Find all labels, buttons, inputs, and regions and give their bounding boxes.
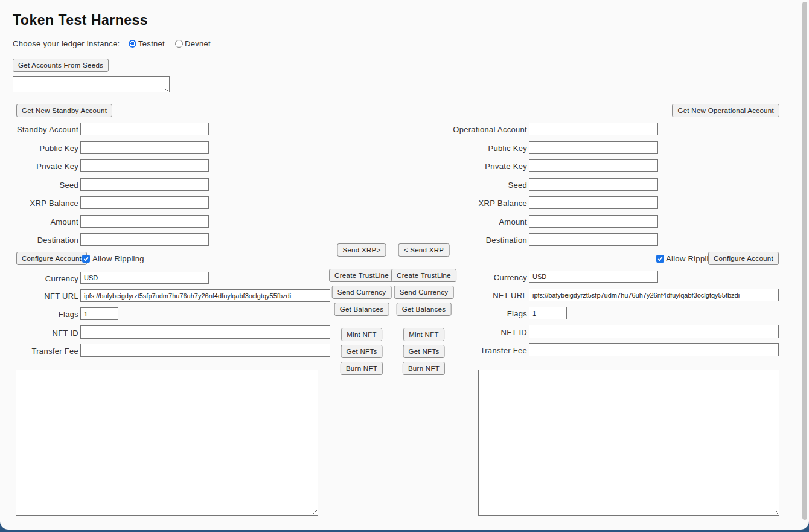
- operational-transfer-fee-label: Transfer Fee: [362, 346, 527, 355]
- operational-amount-input[interactable]: [529, 215, 658, 228]
- standby-private-key-input[interactable]: [80, 159, 209, 172]
- devnet-radio[interactable]: [175, 40, 183, 48]
- standby-seed-label: Seed: [0, 181, 78, 190]
- operational-private-key-label: Private Key: [362, 162, 527, 171]
- testnet-radio[interactable]: [129, 40, 136, 48]
- standby-allow-rippling-checkbox[interactable]: [82, 255, 90, 263]
- standby-allow-rippling-label: Allow Rippling: [92, 254, 144, 263]
- operational-destination-input[interactable]: [529, 233, 658, 246]
- operational-seed-input[interactable]: [529, 178, 658, 191]
- standby-xrp-balance-input[interactable]: [80, 196, 209, 209]
- operational-allow-rippling-checkbox[interactable]: [656, 255, 664, 263]
- standby-results-textarea[interactable]: [16, 370, 318, 516]
- operational-currency-label: Currency: [362, 273, 527, 282]
- standby-public-key-input[interactable]: [80, 141, 209, 154]
- standby-currency-input[interactable]: [80, 272, 209, 284]
- operational-configure-account-button[interactable]: Configure Account: [708, 252, 779, 265]
- operational-account-input[interactable]: [529, 123, 658, 135]
- standby-destination-label: Destination: [0, 236, 78, 245]
- operational-results-textarea[interactable]: [478, 370, 779, 516]
- seeds-textarea[interactable]: [13, 76, 170, 92]
- standby-amount-input[interactable]: [80, 215, 209, 228]
- standby-xrp-balance-label: XRP Balance: [0, 199, 78, 208]
- operational-flags-label: Flags: [362, 309, 527, 318]
- standby-nft-url-input[interactable]: [80, 289, 330, 302]
- get-accounts-from-seeds-button[interactable]: Get Accounts From Seeds: [13, 59, 109, 72]
- operational-nft-id-label: NFT ID: [362, 328, 527, 337]
- operational-transfer-fee-input[interactable]: [529, 343, 779, 356]
- operational-send-xrp-button[interactable]: < Send XRP: [398, 243, 450, 257]
- devnet-radio-label[interactable]: Devnet: [185, 39, 211, 48]
- ledger-instance-label: Choose your ledger instance:: [13, 39, 120, 48]
- standby-transfer-fee-input[interactable]: [80, 344, 330, 357]
- operational-account-label: Operational Account: [362, 125, 527, 134]
- operational-nft-id-input[interactable]: [529, 325, 779, 338]
- standby-nft-id-label: NFT ID: [0, 328, 78, 338]
- standby-account-label: Standby Account: [0, 125, 78, 134]
- standby-configure-account-button[interactable]: Configure Account: [16, 252, 87, 265]
- standby-transfer-fee-label: Transfer Fee: [0, 347, 78, 356]
- token-test-harness-page: Token Test Harness Choose your ledger in…: [0, 0, 809, 530]
- operational-nft-url-input[interactable]: [529, 289, 779, 301]
- standby-currency-label: Currency: [0, 274, 78, 283]
- operational-burn-nft-button[interactable]: Burn NFT: [403, 362, 445, 375]
- checkmark-icon: [657, 256, 663, 261]
- standby-private-key-label: Private Key: [0, 162, 78, 171]
- operational-public-key-label: Public Key: [362, 144, 527, 153]
- page-title: Token Test Harness: [13, 12, 148, 28]
- standby-seed-input[interactable]: [80, 178, 209, 191]
- operational-nft-url-label: NFT URL: [362, 291, 527, 300]
- operational-xrp-balance-label: XRP Balance: [362, 199, 527, 208]
- standby-flags-label: Flags: [0, 310, 78, 319]
- standby-burn-nft-button[interactable]: Burn NFT: [341, 362, 383, 375]
- standby-amount-label: Amount: [0, 217, 78, 226]
- get-new-operational-account-button[interactable]: Get New Operational Account: [672, 104, 779, 117]
- standby-flags-input[interactable]: [80, 307, 118, 320]
- vertical-scrollbar-thumb[interactable]: [802, 2, 807, 520]
- standby-nft-id-input[interactable]: [80, 325, 330, 339]
- operational-destination-label: Destination: [362, 236, 527, 245]
- operational-seed-label: Seed: [362, 181, 527, 190]
- operational-flags-input[interactable]: [529, 307, 567, 319]
- get-new-standby-account-button[interactable]: Get New Standby Account: [16, 104, 112, 117]
- operational-private-key-input[interactable]: [529, 159, 658, 172]
- operational-currency-input[interactable]: [529, 271, 658, 283]
- standby-public-key-label: Public Key: [0, 144, 78, 153]
- standby-nft-url-label: NFT URL: [0, 292, 78, 301]
- operational-public-key-input[interactable]: [529, 141, 658, 154]
- testnet-radio-label[interactable]: Testnet: [138, 39, 165, 48]
- standby-destination-input[interactable]: [80, 233, 209, 246]
- checkmark-icon: [83, 256, 89, 261]
- operational-amount-label: Amount: [362, 217, 527, 226]
- operational-xrp-balance-input[interactable]: [529, 196, 658, 209]
- standby-send-xrp-button[interactable]: Send XRP>: [337, 243, 386, 257]
- standby-account-input[interactable]: [80, 123, 209, 135]
